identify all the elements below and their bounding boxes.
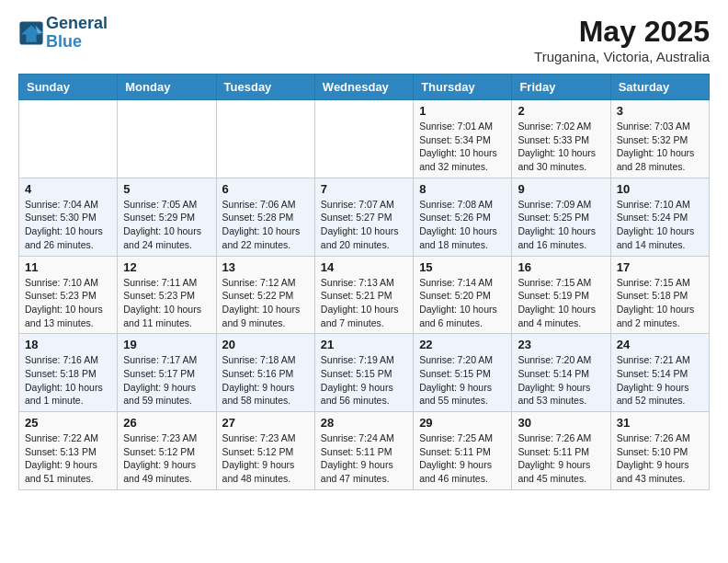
cell-info: Sunrise: 7:02 AM Sunset: 5:33 PM Dayligh… [518,120,604,174]
day-number: 26 [123,416,210,430]
cell-info: Sunrise: 7:24 AM Sunset: 5:11 PM Dayligh… [321,431,407,486]
calendar-cell: 5Sunrise: 7:05 AM Sunset: 5:29 PM Daylig… [118,178,216,256]
calendar-cell: 24Sunrise: 7:21 AM Sunset: 5:14 PM Dayli… [610,334,709,412]
calendar-dow-tuesday: Tuesday [216,75,314,100]
page: General Blue May 2025 Truganina, Victori… [0,0,728,505]
calendar-cell [314,100,413,178]
day-number: 28 [321,416,407,430]
calendar-week-3: 11Sunrise: 7:10 AM Sunset: 5:23 PM Dayli… [19,256,710,334]
day-number: 15 [419,260,506,274]
day-number: 27 [222,416,309,430]
calendar-cell: 11Sunrise: 7:10 AM Sunset: 5:23 PM Dayli… [19,256,118,334]
logo-line1: General [46,15,108,33]
cell-info: Sunrise: 7:17 AM Sunset: 5:17 PM Dayligh… [123,353,210,408]
calendar-dow-saturday: Saturday [610,75,709,100]
calendar-header-row: SundayMondayTuesdayWednesdayThursdayFrid… [19,75,710,100]
cell-info: Sunrise: 7:06 AM Sunset: 5:28 PM Dayligh… [222,198,309,252]
calendar-cell: 21Sunrise: 7:19 AM Sunset: 5:15 PM Dayli… [314,334,413,412]
cell-info: Sunrise: 7:21 AM Sunset: 5:14 PM Dayligh… [617,353,703,408]
logo-icon [18,20,44,46]
day-number: 30 [518,416,604,430]
calendar-cell: 8Sunrise: 7:08 AM Sunset: 5:26 PM Daylig… [414,178,512,256]
calendar-dow-sunday: Sunday [19,75,118,100]
calendar-week-5: 25Sunrise: 7:22 AM Sunset: 5:13 PM Dayli… [19,412,710,490]
cell-info: Sunrise: 7:18 AM Sunset: 5:16 PM Dayligh… [222,353,309,408]
calendar-cell: 16Sunrise: 7:15 AM Sunset: 5:19 PM Dayli… [512,256,610,334]
calendar-cell: 4Sunrise: 7:04 AM Sunset: 5:30 PM Daylig… [19,178,118,256]
cell-info: Sunrise: 7:15 AM Sunset: 5:18 PM Dayligh… [617,276,703,330]
cell-info: Sunrise: 7:09 AM Sunset: 5:25 PM Dayligh… [518,198,604,252]
cell-info: Sunrise: 7:23 AM Sunset: 5:12 PM Dayligh… [222,431,309,486]
cell-info: Sunrise: 7:22 AM Sunset: 5:13 PM Dayligh… [25,431,111,486]
day-number: 2 [518,104,604,118]
calendar-week-1: 1Sunrise: 7:01 AM Sunset: 5:34 PM Daylig… [19,100,710,178]
calendar-week-4: 18Sunrise: 7:16 AM Sunset: 5:18 PM Dayli… [19,334,710,412]
calendar-cell: 26Sunrise: 7:23 AM Sunset: 5:12 PM Dayli… [118,412,216,490]
day-number: 29 [419,416,506,430]
calendar-cell [118,100,216,178]
cell-info: Sunrise: 7:03 AM Sunset: 5:32 PM Dayligh… [617,120,703,174]
calendar-cell: 25Sunrise: 7:22 AM Sunset: 5:13 PM Dayli… [19,412,118,490]
calendar-cell: 7Sunrise: 7:07 AM Sunset: 5:27 PM Daylig… [314,178,413,256]
day-number: 4 [25,182,111,196]
calendar-cell: 1Sunrise: 7:01 AM Sunset: 5:34 PM Daylig… [414,100,512,178]
cell-info: Sunrise: 7:07 AM Sunset: 5:27 PM Dayligh… [321,198,407,252]
day-number: 9 [518,182,604,196]
day-number: 24 [617,338,703,351]
logo-line2: Blue [46,32,82,51]
day-number: 18 [25,338,111,351]
calendar-week-2: 4Sunrise: 7:04 AM Sunset: 5:30 PM Daylig… [19,178,710,256]
day-number: 21 [321,338,407,351]
calendar-cell: 29Sunrise: 7:25 AM Sunset: 5:11 PM Dayli… [414,412,512,490]
subtitle: Truganina, Victoria, Australia [534,49,710,64]
cell-info: Sunrise: 7:12 AM Sunset: 5:22 PM Dayligh… [222,276,309,330]
day-number: 31 [617,416,703,430]
calendar-cell [19,100,118,178]
cell-info: Sunrise: 7:15 AM Sunset: 5:19 PM Dayligh… [518,276,604,330]
day-number: 22 [419,338,506,351]
calendar-dow-monday: Monday [118,75,216,100]
calendar-cell: 15Sunrise: 7:14 AM Sunset: 5:20 PM Dayli… [414,256,512,334]
day-number: 12 [123,260,210,274]
calendar-cell: 20Sunrise: 7:18 AM Sunset: 5:16 PM Dayli… [216,334,314,412]
cell-info: Sunrise: 7:11 AM Sunset: 5:23 PM Dayligh… [123,276,210,330]
cell-info: Sunrise: 7:14 AM Sunset: 5:20 PM Dayligh… [419,276,506,330]
calendar-dow-friday: Friday [512,75,610,100]
calendar-cell: 19Sunrise: 7:17 AM Sunset: 5:17 PM Dayli… [118,334,216,412]
cell-info: Sunrise: 7:26 AM Sunset: 5:10 PM Dayligh… [617,431,703,486]
header: General Blue May 2025 Truganina, Victori… [18,15,710,64]
cell-info: Sunrise: 7:05 AM Sunset: 5:29 PM Dayligh… [123,198,210,252]
day-number: 17 [617,260,703,274]
cell-info: Sunrise: 7:23 AM Sunset: 5:12 PM Dayligh… [123,431,210,486]
calendar-table: SundayMondayTuesdayWednesdayThursdayFrid… [18,74,710,490]
cell-info: Sunrise: 7:26 AM Sunset: 5:11 PM Dayligh… [518,431,604,486]
calendar-cell [216,100,314,178]
cell-info: Sunrise: 7:25 AM Sunset: 5:11 PM Dayligh… [419,431,506,486]
main-title: May 2025 [534,15,710,49]
calendar-cell: 17Sunrise: 7:15 AM Sunset: 5:18 PM Dayli… [610,256,709,334]
calendar-dow-thursday: Thursday [414,75,512,100]
calendar-cell: 6Sunrise: 7:06 AM Sunset: 5:28 PM Daylig… [216,178,314,256]
day-number: 23 [518,338,604,351]
day-number: 7 [321,182,407,196]
logo-text: General Blue [46,15,108,52]
cell-info: Sunrise: 7:20 AM Sunset: 5:14 PM Dayligh… [518,353,604,408]
calendar-cell: 27Sunrise: 7:23 AM Sunset: 5:12 PM Dayli… [216,412,314,490]
calendar-cell: 3Sunrise: 7:03 AM Sunset: 5:32 PM Daylig… [610,100,709,178]
calendar-cell: 12Sunrise: 7:11 AM Sunset: 5:23 PM Dayli… [118,256,216,334]
cell-info: Sunrise: 7:10 AM Sunset: 5:23 PM Dayligh… [25,276,111,330]
cell-info: Sunrise: 7:20 AM Sunset: 5:15 PM Dayligh… [419,353,506,408]
day-number: 8 [419,182,506,196]
calendar-cell: 28Sunrise: 7:24 AM Sunset: 5:11 PM Dayli… [314,412,413,490]
calendar-cell: 23Sunrise: 7:20 AM Sunset: 5:14 PM Dayli… [512,334,610,412]
cell-info: Sunrise: 7:08 AM Sunset: 5:26 PM Dayligh… [419,198,506,252]
day-number: 6 [222,182,309,196]
day-number: 19 [123,338,210,351]
day-number: 5 [123,182,210,196]
logo: General Blue [18,15,108,52]
calendar-cell: 18Sunrise: 7:16 AM Sunset: 5:18 PM Dayli… [19,334,118,412]
cell-info: Sunrise: 7:04 AM Sunset: 5:30 PM Dayligh… [25,198,111,252]
day-number: 13 [222,260,309,274]
calendar-cell: 14Sunrise: 7:13 AM Sunset: 5:21 PM Dayli… [314,256,413,334]
day-number: 14 [321,260,407,274]
